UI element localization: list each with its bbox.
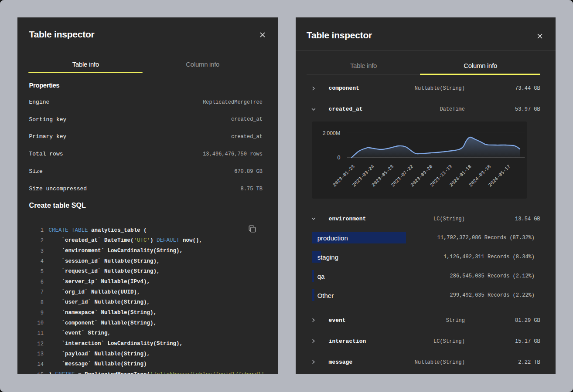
svg-text:0: 0 xyxy=(338,155,341,161)
svg-text:2 000M: 2 000M xyxy=(323,130,341,136)
